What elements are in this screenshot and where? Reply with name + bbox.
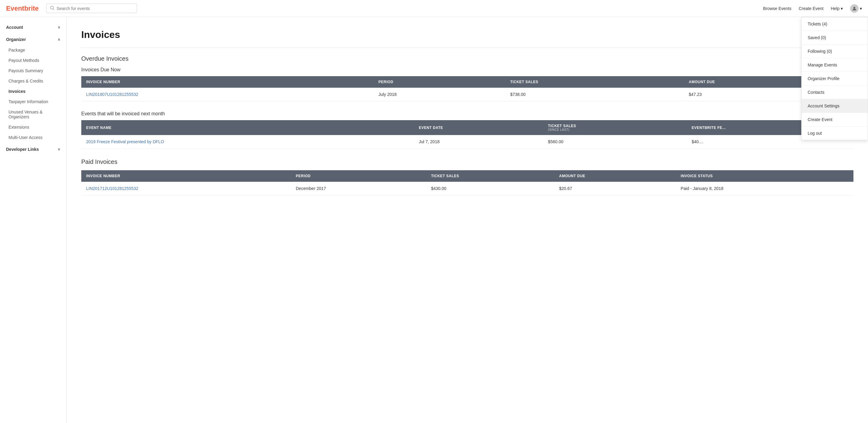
sidebar-item-label: Invoices xyxy=(8,89,26,94)
col-period: Period xyxy=(291,170,426,182)
ticket-sales-cell: $430.00 xyxy=(426,182,554,195)
col-period: Period xyxy=(374,76,505,88)
table-row: LIN201807U101281255532 July 2018 $738.00… xyxy=(81,88,854,101)
user-dropdown: Tickets (4) Saved (0) Following (0) Mana… xyxy=(801,17,868,140)
dropdown-item-logout[interactable]: Log out xyxy=(802,126,868,140)
table-header-row: Invoice Number Period Ticket Sales Amoun… xyxy=(81,76,854,88)
sidebar-item-unused-venues[interactable]: Unused Venues & Organizers xyxy=(0,107,66,122)
sidebar-item-charges-credits[interactable]: Charges & Credits xyxy=(0,76,66,86)
ticket-sales-cell: $738.00 xyxy=(505,88,684,101)
amount-due-cell: $20.67 xyxy=(554,182,676,195)
header: Eventbrite Browse Events Create Event He… xyxy=(0,0,868,17)
paid-invoices-table: Invoice Number Period Ticket Sales Amoun… xyxy=(81,170,854,195)
col-invoice-number: Invoice Number xyxy=(81,76,374,88)
sidebar-item-package[interactable]: Package xyxy=(0,45,66,55)
dropdown-item-saved[interactable]: Saved (0) xyxy=(802,31,868,44)
sidebar-developer-label: Developer Links xyxy=(6,147,39,152)
svg-line-1 xyxy=(53,9,54,10)
col-event-date: Event Date xyxy=(414,120,543,135)
invoice-number-cell: LIN201712U101281255532 xyxy=(81,182,291,195)
sidebar-item-label: Charges & Credits xyxy=(8,79,43,84)
period-cell: December 2017 xyxy=(291,182,426,195)
next-month-table: Event Name Event Date TICKET SALES (SINC… xyxy=(81,120,854,149)
event-date-cell: Jul 7, 2018 xyxy=(414,135,543,149)
next-month-title: Events that will be invoiced next month xyxy=(81,111,854,117)
sidebar-section-account: Account ∨ xyxy=(0,22,66,33)
paid-invoice-number-link[interactable]: LIN201712U101281255532 xyxy=(86,186,138,191)
sidebar-item-label: Payouts Summary xyxy=(8,68,43,73)
user-avatar xyxy=(850,4,859,13)
sidebar-account-label: Account xyxy=(6,25,23,30)
col-header-since-last: (SINCE LAST) xyxy=(548,128,682,131)
svg-point-2 xyxy=(854,7,855,8)
sidebar-item-multi-user[interactable]: Multi-User Access xyxy=(0,132,66,143)
sidebar-item-invoices[interactable]: Invoices xyxy=(0,86,66,96)
sidebar-item-extensions[interactable]: Extensions xyxy=(0,122,66,132)
invoice-status-cell: Paid - January 8, 2018 xyxy=(676,182,854,195)
table-header-row: Event Name Event Date TICKET SALES (SINC… xyxy=(81,120,854,135)
event-name-link[interactable]: 2019 Freeze Festival presented by DFLO xyxy=(86,139,164,144)
col-invoice-status: Invoice Status xyxy=(676,170,854,182)
header-nav: Browse Events Create Event Help ▾ ▾ xyxy=(763,4,862,13)
dropdown-item-tickets[interactable]: Tickets (4) xyxy=(802,17,868,31)
sidebar-organizer-header[interactable]: Organizer ∧ xyxy=(0,34,66,45)
help-button[interactable]: Help ▾ xyxy=(831,6,843,11)
table-row: LIN201712U101281255532 December 2017 $43… xyxy=(81,182,854,195)
sidebar-developer-header[interactable]: Developer Links ∨ xyxy=(0,144,66,155)
period-cell: July 2018 xyxy=(374,88,505,101)
user-chevron-icon: ▾ xyxy=(860,6,862,11)
layout: Account ∨ Organizer ∧ Package Payout Met… xyxy=(0,17,868,423)
col-invoice-number: Invoice Number xyxy=(81,170,291,182)
col-header-ticket-sales: TICKET SALES xyxy=(548,124,576,128)
dropdown-item-following[interactable]: Following (0) xyxy=(802,44,868,58)
col-event-name: Event Name xyxy=(81,120,414,135)
dropdown-item-organizer-profile[interactable]: Organizer Profile xyxy=(802,72,868,86)
dropdown-item-create-event[interactable]: Create Event xyxy=(802,113,868,126)
sidebar-section-organizer: Organizer ∧ Package Payout Methods Payou… xyxy=(0,34,66,143)
table-header-row: Invoice Number Period Ticket Sales Amoun… xyxy=(81,170,854,182)
sidebar-item-label: Multi-User Access xyxy=(8,135,42,140)
due-now-table: Invoice Number Period Ticket Sales Amoun… xyxy=(81,76,854,101)
search-icon xyxy=(50,6,54,11)
search-input[interactable] xyxy=(57,6,133,11)
main-content: Invoices Overdue Invoices Invoices Due N… xyxy=(67,17,868,423)
invoice-number-cell: LIN201807U101281255532 xyxy=(81,88,374,101)
sidebar-item-label: Taxpayer Information xyxy=(8,99,48,104)
sidebar-item-label: Package xyxy=(8,48,25,53)
sidebar-item-label: Payout Methods xyxy=(8,58,39,63)
title-divider xyxy=(81,48,854,48)
sidebar-section-developer: Developer Links ∨ xyxy=(0,144,66,155)
paid-invoices-title: Paid Invoices xyxy=(81,158,854,165)
invoice-number-link[interactable]: LIN201807U101281255532 xyxy=(86,92,138,97)
search-bar[interactable] xyxy=(46,4,137,13)
dropdown-item-contacts[interactable]: Contacts xyxy=(802,86,868,99)
sidebar-item-label: Extensions xyxy=(8,125,29,129)
invoices-due-now-title: Invoices Due Now xyxy=(81,67,854,72)
chevron-down-icon: ∨ xyxy=(58,25,60,29)
logo[interactable]: Eventbrite xyxy=(6,5,39,12)
col-ticket-sales: Ticket Sales xyxy=(505,76,684,88)
dropdown-item-account-settings[interactable]: Account Settings xyxy=(802,99,868,113)
browse-events-link[interactable]: Browse Events xyxy=(763,6,791,11)
sidebar-item-payouts-summary[interactable]: Payouts Summary xyxy=(0,65,66,76)
help-label: Help xyxy=(831,6,839,11)
chevron-down-icon: ∨ xyxy=(58,147,60,151)
page-title: Invoices xyxy=(81,29,854,40)
col-amount-due: Amount Due xyxy=(554,170,676,182)
user-button[interactable]: ▾ xyxy=(850,4,862,13)
help-chevron-icon: ▾ xyxy=(841,6,843,11)
sidebar-item-taxpayer-info[interactable]: Taxpayer Information xyxy=(0,96,66,107)
sidebar-item-label: Unused Venues & Organizers xyxy=(8,110,42,119)
col-ticket-sales: Ticket Sales xyxy=(426,170,554,182)
ticket-sales-cell: $560.00 xyxy=(543,135,687,149)
create-event-link[interactable]: Create Event xyxy=(799,6,824,11)
sidebar-organizer-label: Organizer xyxy=(6,37,26,42)
sidebar: Account ∨ Organizer ∧ Package Payout Met… xyxy=(0,17,67,423)
event-name-cell: 2019 Freeze Festival presented by DFLO xyxy=(81,135,414,149)
chevron-up-icon: ∧ xyxy=(58,37,60,41)
sidebar-account-header[interactable]: Account ∨ xyxy=(0,22,66,33)
sidebar-item-payout-methods[interactable]: Payout Methods xyxy=(0,55,66,65)
dropdown-item-manage-events[interactable]: Manage Events xyxy=(802,58,868,72)
overdue-invoices-title: Overdue Invoices xyxy=(81,55,854,62)
table-row: 2019 Freeze Festival presented by DFLO J… xyxy=(81,135,854,149)
